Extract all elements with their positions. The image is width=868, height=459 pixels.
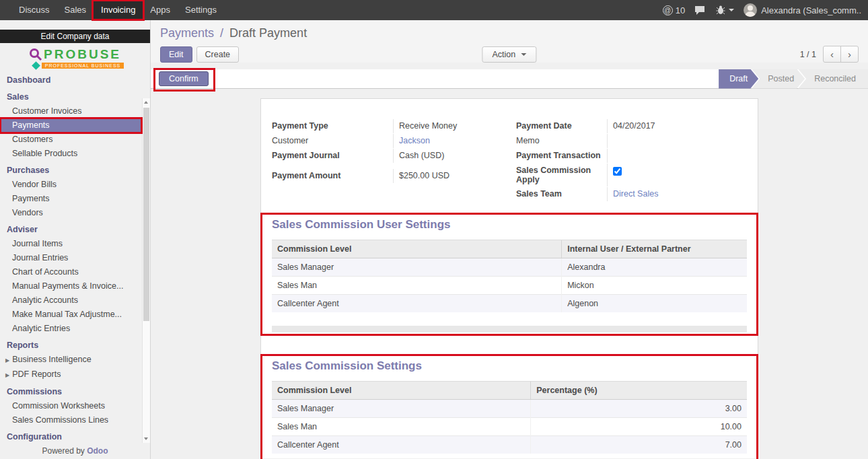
sidebar-item-label: Analytic Entries — [12, 324, 70, 333]
sidebar-item-payments[interactable]: Payments — [0, 118, 142, 133]
commission-settings-table: Commission Level Percentage (%) Sales Ma… — [272, 381, 747, 454]
sidebar-item-analytic-entries[interactable]: Analytic Entries — [0, 322, 142, 336]
sidebar-item-label: Payments — [12, 120, 50, 130]
sidebar-item-vendor-bills[interactable]: Vendor Bills — [0, 178, 142, 192]
odoo-link[interactable]: Odoo — [87, 446, 108, 456]
breadcrumb-payments-link[interactable]: Payments — [160, 26, 214, 40]
expand-arrow-icon: ▶ — [5, 357, 9, 363]
sidebar-item-label: PDF Reports — [12, 369, 61, 379]
debug-menu[interactable] — [716, 5, 734, 15]
user-menu[interactable]: Alexandra (Sales_comm.. — [744, 3, 861, 17]
sidebar-item-manual-payments-invoice[interactable]: Manual Payments & Invoice... — [0, 279, 142, 293]
field-payment-journal: Payment JournalCash (USD) — [272, 149, 503, 163]
field-value — [607, 134, 747, 148]
topbar-menu-invoicing[interactable]: Invoicing — [94, 0, 143, 20]
sidebar-item-customer-invoices[interactable]: Customer Invoices — [0, 104, 142, 118]
field-sales-team: Sales TeamDirect Sales — [516, 187, 747, 201]
table-row[interactable]: Sales ManagerAlexandra — [272, 258, 747, 277]
status-step-reconciled[interactable]: Reconciled — [798, 69, 868, 89]
table-row[interactable]: Callcenter AgentAlgenon — [272, 295, 747, 313]
sidebar-item-journal-items[interactable]: Journal Items — [0, 237, 142, 251]
column-header-internal-user[interactable]: Internal User / External Partner — [562, 240, 747, 258]
mention-counter[interactable]: @ 10 — [663, 5, 685, 15]
column-header-commission-level[interactable]: Commission Level — [272, 240, 562, 258]
sidebar-section-adviser: Adviser — [0, 223, 142, 237]
sidebar-item-chart-of-accounts[interactable]: Chart of Accounts — [0, 265, 142, 279]
link-direct-sales[interactable]: Direct Sales — [613, 189, 658, 199]
scrollbar-thumb[interactable] — [143, 108, 149, 321]
field-value: Jackson — [393, 134, 503, 148]
user-settings-table: Commission Level Internal User / Externa… — [272, 240, 747, 312]
sidebar-item-sellable-products[interactable]: Sellable Products — [0, 147, 142, 161]
expand-arrow-icon: ▶ — [5, 372, 9, 378]
field-memo: Memo — [516, 134, 747, 148]
scroll-up-arrow-icon[interactable] — [143, 98, 150, 106]
sales-commission-apply-checkbox[interactable] — [613, 167, 622, 176]
confirm-button[interactable]: Confirm — [159, 71, 209, 86]
topbar: DiscussSalesInvoicingAppsSettings @ 10 — [0, 0, 868, 20]
table-cell: Alexandra — [562, 258, 747, 277]
sidebar-menu: DashboardSalesCustomer InvoicesPaymentsC… — [0, 71, 142, 444]
field-label: Customer — [272, 134, 393, 148]
field-label: Sales Commission Apply — [516, 164, 607, 186]
mention-count: 10 — [676, 5, 685, 15]
column-header-percentage[interactable]: Percentage (%) — [531, 382, 747, 400]
column-header-commission-level[interactable]: Commission Level — [272, 382, 531, 400]
table-row[interactable]: Sales Man10.00 — [272, 418, 747, 436]
table-row[interactable]: Callcenter Agent7.00 — [272, 436, 747, 454]
edit-company-button[interactable]: Edit Company data — [0, 30, 150, 43]
pager-next-button[interactable]: › — [840, 46, 859, 63]
control-panel: Payments / Draft Payment Edit Create Act… — [151, 20, 868, 63]
sidebar-scrollbar[interactable] — [142, 98, 150, 443]
table-row[interactable]: Sales ManMickon — [272, 277, 747, 295]
sidebar-section-dashboard: Dashboard — [0, 73, 142, 87]
sidebar-item-vendors[interactable]: Vendors — [0, 206, 142, 220]
table-cell: 7.00 — [531, 436, 747, 454]
status-step-draft[interactable]: Draft — [719, 69, 758, 89]
sidebar-section-purchases: Purchases — [0, 164, 142, 178]
pager-previous-button[interactable]: ‹ — [823, 46, 841, 63]
sidebar-item-label: Vendor Bills — [12, 180, 57, 189]
sidebar-item-label: Make Manual Tax Adjustme... — [12, 310, 122, 319]
scroll-down-arrow-icon[interactable] — [143, 435, 150, 443]
table-row[interactable]: Sales Manager3.00 — [272, 400, 747, 418]
topbar-menu-apps[interactable]: Apps — [143, 0, 178, 20]
topbar-menu-settings[interactable]: Settings — [178, 0, 224, 20]
bug-icon — [716, 5, 725, 15]
status-step-posted[interactable]: Posted — [752, 69, 805, 89]
sidebar-item-sales-commissions-lines[interactable]: Sales Commissions Lines — [0, 413, 142, 427]
sidebar-item-label: Vendors — [12, 208, 43, 217]
sidebar-item-business-intelligence[interactable]: ▶Business Intelligence — [0, 353, 142, 367]
form-left-column: Payment TypeReceive MoneyCustomerJackson… — [272, 119, 503, 202]
field-sales-commission-apply: Sales Commission Apply — [516, 164, 747, 186]
field-label: Memo — [516, 134, 607, 148]
sidebar: Edit Company data PROBUSE PROFESSIONAL B… — [0, 20, 151, 459]
sidebar-item-label: Business Intelligence — [12, 355, 91, 364]
topbar-menu-sales[interactable]: Sales — [57, 0, 94, 20]
link-jackson[interactable]: Jackson — [399, 136, 430, 145]
sidebar-item-make-manual-tax-adjustme[interactable]: Make Manual Tax Adjustme... — [0, 308, 142, 322]
topbar-menu-discuss[interactable]: Discuss — [11, 0, 57, 20]
sidebar-item-analytic-accounts[interactable]: Analytic Accounts — [0, 293, 142, 308]
sidebar-item-customers[interactable]: Customers — [0, 133, 142, 147]
action-dropdown[interactable]: Action — [482, 46, 536, 63]
sidebar-item-commission-worksheets[interactable]: Commission Worksheets — [0, 399, 142, 413]
sidebar-item-label: Manual Payments & Invoice... — [12, 281, 123, 291]
mention-icon: @ — [663, 5, 673, 15]
field-label: Payment Date — [516, 119, 607, 133]
powered-by-text: Powered by — [42, 446, 84, 456]
create-button[interactable]: Create — [196, 46, 240, 63]
edit-button[interactable]: Edit — [160, 46, 192, 63]
field-customer: CustomerJackson — [272, 134, 503, 148]
sidebar-item-journal-entries[interactable]: Journal Entries — [0, 251, 142, 265]
logo-subtext: PROFESSIONAL BUSINESS — [42, 63, 124, 69]
sidebar-item-label: Sales Commissions Lines — [12, 415, 108, 425]
sidebar-item-pdf-reports[interactable]: ▶PDF Reports — [0, 367, 142, 382]
topbar-menus: DiscussSalesInvoicingAppsSettings — [0, 0, 224, 20]
caret-down-icon — [729, 9, 734, 11]
sidebar-item-payments[interactable]: Payments — [0, 192, 142, 206]
table-cell: Sales Manager — [272, 400, 531, 418]
table-cell: 10.00 — [531, 418, 747, 436]
messages-icon[interactable] — [694, 5, 705, 15]
logo-magnifier-icon — [29, 48, 42, 61]
